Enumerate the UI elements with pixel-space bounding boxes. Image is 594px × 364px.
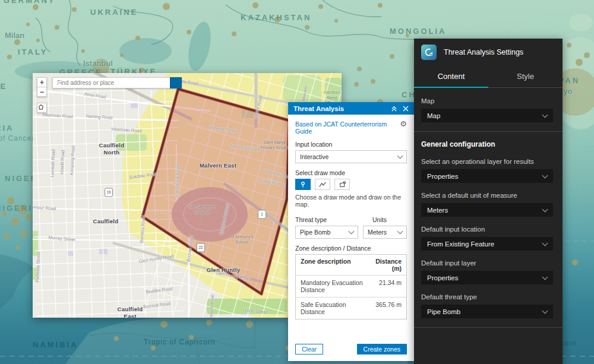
threat-panel-header: Threat Analysis	[288, 102, 414, 115]
world-label-milan: Milan	[5, 31, 24, 40]
threat-type-value: Pipe Bomb	[300, 229, 349, 236]
threat-type-label: Threat type	[295, 216, 368, 223]
search-bar[interactable]	[52, 77, 182, 88]
map-label-burrindi-road: Burrindi Road	[143, 301, 171, 310]
home-button[interactable]	[37, 103, 47, 113]
zoom-in-button[interactable]: +	[37, 77, 47, 87]
settings-fields: MapMapGeneral configurationSelect an ope…	[414, 88, 563, 328]
settings-select-value: From Existing Feature	[427, 240, 543, 248]
collapse-icon[interactable]	[391, 105, 397, 112]
settings-tabs: Content Style	[414, 66, 563, 88]
draw-polyline-button[interactable]	[315, 179, 330, 190]
chevron-down-icon	[542, 308, 548, 314]
settings-field-label-map: Map	[421, 97, 553, 105]
chevron-down-icon	[349, 229, 355, 235]
map-label-glen-huntly: Glen Huntly	[207, 267, 241, 274]
world-label-italy: ITALY	[18, 48, 48, 56]
map-label-saint-marys-primary-school: Saint Marys Primary School	[260, 140, 288, 151]
settings-field-label-select-an-operational-layer-for-results: Select an operational layer for results	[421, 158, 553, 165]
zone-dist: 21.34 m	[365, 279, 402, 293]
input-location-label: Input location	[295, 141, 407, 148]
units-label: Units	[372, 216, 407, 223]
route-shield-19: 19	[105, 188, 113, 197]
world-label-mongolia: MONGOLIA	[390, 27, 447, 36]
map-label-murray-street: Murray Street	[48, 235, 75, 242]
world-label-tropic-of-capricorn: Tropic of Capricorn	[144, 338, 216, 346]
settings-select-select-a-default-unit-of-measure[interactable]: Meters	[421, 203, 553, 217]
map-label-mrc-members-reserve: Mrc Members' Reserve	[189, 205, 216, 216]
zone-table: Zone description Distance (m) Mandatory …	[295, 254, 407, 319]
polygon-icon	[338, 181, 346, 189]
zone-section-label: Zone description / Distance	[295, 245, 407, 252]
map-label-alma-road: Alma Road	[84, 91, 106, 100]
world-label-france: FRANCE	[0, 82, 7, 91]
zone-desc-header: Zone description	[301, 258, 365, 272]
settings-select-map[interactable]: Map	[421, 109, 553, 122]
tab-content[interactable]: Content	[414, 66, 488, 87]
threat-analysis-settings-panel: Threat Analysis Settings Content Style M…	[414, 39, 563, 364]
world-label-algeria: ALGERIA	[0, 124, 14, 132]
gear-icon[interactable]: ⚙	[400, 121, 407, 128]
input-location-select[interactable]: Interactive	[295, 150, 407, 163]
map-label-booran-road: Booran Road	[185, 235, 194, 262]
settings-select-select-an-operational-layer-for-results[interactable]: Properties	[421, 169, 553, 183]
settings-select-value: Map	[427, 112, 543, 119]
map-label-inkerman-road: Inkerman Road	[111, 126, 142, 134]
tab-style[interactable]: Style	[488, 66, 563, 87]
map-label-eskdale-road: Eskdale Road	[129, 172, 157, 181]
create-zones-button[interactable]: Create zones	[357, 344, 407, 354]
map-label-kooyong-road: Kooyong Road	[69, 145, 76, 175]
settings-panel-title: Threat Analysis Settings	[444, 48, 523, 56]
threat-analysis-panel: Threat Analysis Based on JCAT Counterter…	[288, 102, 414, 361]
chevron-down-icon	[542, 172, 548, 178]
map-label-bambra-road: Bambra Road	[139, 216, 147, 243]
map-label-narong-road: Narong Road	[86, 113, 112, 121]
map-label-malvern-east: Malvern East	[200, 162, 236, 169]
map-label-seymour-road: Seymour Road	[33, 204, 56, 212]
zoom-out-button[interactable]: −	[37, 87, 47, 97]
settings-select-value: Meters	[427, 207, 543, 214]
map-label-bealiba-road: Bealiba Road	[146, 286, 173, 295]
threat-type-select[interactable]: Pipe Bomb	[295, 226, 358, 239]
settings-field-label-default-input-location: Default input location	[421, 226, 553, 233]
zone-dist: 365.76 m	[365, 301, 402, 315]
search-button[interactable]	[170, 77, 182, 88]
zone-desc: Safe Evacuation Distance	[301, 301, 365, 315]
draw-mode-buttons	[295, 179, 407, 190]
zone-table-header: Zone description Distance (m)	[296, 255, 406, 275]
search-input[interactable]	[52, 77, 170, 88]
point-icon	[299, 181, 307, 189]
world-label-ukraine: UKRAINE	[90, 8, 138, 17]
input-location-value: Interactive	[300, 153, 398, 160]
settings-select-default-input-location[interactable]: From Existing Feature	[421, 237, 553, 251]
clear-button[interactable]: Clear	[295, 344, 323, 354]
polyline-icon	[318, 181, 327, 189]
settings-field-label-default-input-layer: Default input layer	[421, 259, 553, 267]
threat-analysis-settings-icon	[421, 45, 437, 60]
map-label-lumeah-road: Lumeah Road	[49, 149, 56, 178]
map-label-ardrie-road: Ardrie Road	[259, 178, 283, 187]
draw-point-button[interactable]	[295, 179, 311, 190]
chevron-down-icon	[542, 112, 548, 118]
draw-polygon-button[interactable]	[334, 179, 350, 190]
map-label-beaver-street: Beaver Street	[210, 125, 238, 134]
world-label-kazakhstan: KAZAKHSTAN	[241, 13, 311, 22]
map-label-inkerman-road: Inkerman Road	[42, 112, 73, 120]
settings-select-default-input-layer[interactable]: Properties	[421, 271, 553, 284]
jcat-guide-link[interactable]: Based on JCAT Counterterrorism Guide	[295, 121, 400, 135]
world-label-namibia: NAMIBIA	[33, 340, 78, 349]
desktop: GERMANYUKRAINEFRANCEMilanITALYIstanbulGR…	[0, 0, 594, 364]
world-label-tropic-of-cancer: Tropic of Cancer	[0, 134, 34, 143]
settings-panel-header: Threat Analysis Settings	[414, 39, 563, 65]
settings-field-label-select-a-default-unit-of-measure: Select a default unit of measure	[421, 192, 553, 199]
chevron-down-icon	[397, 153, 403, 159]
threat-panel-title: Threat Analysis	[293, 105, 386, 112]
units-select[interactable]: Meters	[363, 226, 407, 239]
chevron-down-icon	[542, 274, 548, 280]
map-label-royal-avenue: Royal Avenue	[208, 295, 216, 318]
map-label-glen-huntly-road: Glen Huntly Road	[138, 254, 174, 265]
map-label-manning-road: Manning Road	[230, 143, 260, 153]
settings-select-default-threat-type[interactable]: Pipe Bomb	[421, 305, 553, 318]
close-icon[interactable]	[403, 106, 409, 112]
draw-mode-label: Select draw mode	[295, 169, 407, 176]
